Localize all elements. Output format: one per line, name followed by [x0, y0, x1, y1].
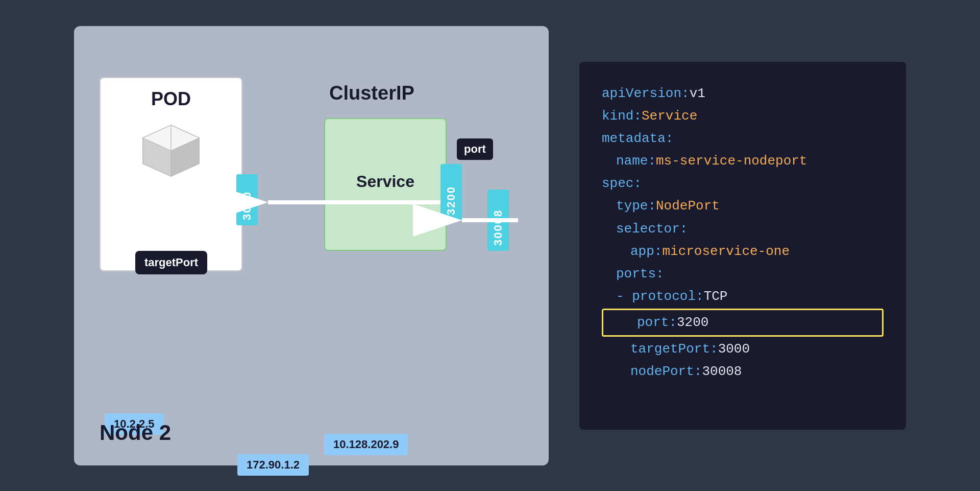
code-line-1: apiVersion: v1: [602, 82, 884, 105]
code-key-4: name:: [616, 150, 656, 172]
code-line-6: type: NodePort: [616, 195, 884, 217]
package-icon: [135, 120, 207, 181]
code-line-10: - protocol: TCP: [616, 285, 884, 308]
highlighted-port-line: port: 3200: [602, 309, 884, 336]
service-box-title: Service: [356, 172, 414, 191]
node-label: Node 2: [100, 420, 171, 445]
code-line-8: app: microservice-one: [630, 240, 884, 263]
ip-service-badge: 10.128.202.9: [324, 434, 408, 455]
targetport-label: targetPort: [135, 251, 207, 274]
diagram-panel: POD ClusterIP Service 3000 3200 30008: [74, 26, 549, 465]
code-line-9: ports:: [616, 263, 884, 285]
code-line-2: kind: Service: [602, 105, 884, 127]
code-val-8: microservice-one: [662, 240, 790, 263]
ip-node-badge: 172.90.1.2: [237, 454, 309, 476]
code-key-12: targetPort:: [630, 338, 718, 360]
code-key-7: selector:: [616, 218, 688, 240]
service-box: Service: [324, 118, 447, 251]
code-val-11: 3200: [677, 311, 708, 334]
port-30008-badge: 30008: [487, 190, 509, 251]
code-val-12: 3000: [718, 338, 750, 360]
code-key-11: port:: [637, 311, 677, 334]
clusterip-label: ClusterIP: [329, 82, 414, 104]
code-key-1: apiVersion:: [602, 82, 690, 105]
code-panel: apiVersion: v1 kind: Service metadata: n…: [579, 62, 906, 430]
code-key-3: metadata:: [602, 127, 673, 150]
code-key-9: ports:: [616, 263, 664, 285]
code-line-3: metadata:: [602, 127, 884, 150]
code-key-6: type:: [616, 195, 656, 217]
code-line-5: spec:: [602, 172, 884, 195]
code-line-12: targetPort: 3000: [630, 338, 884, 360]
code-line-4: name: ms-service-nodeport: [616, 150, 884, 172]
code-line-13: nodePort: 30008: [630, 360, 884, 383]
code-key-5: spec:: [602, 172, 642, 195]
code-key-13: nodePort:: [630, 360, 702, 383]
code-key-8: app:: [630, 240, 662, 263]
main-container: POD ClusterIP Service 3000 3200 30008: [0, 0, 980, 491]
code-val-6: NodePort: [656, 195, 720, 217]
code-val-2: Service: [642, 105, 697, 127]
code-line-7: selector:: [616, 218, 884, 240]
port-3200-badge: 3200: [440, 164, 462, 220]
code-val-10: TCP: [704, 285, 728, 308]
pod-box: POD: [100, 77, 242, 271]
code-key-10: - protocol:: [616, 285, 704, 308]
code-key-2: kind:: [602, 105, 642, 127]
code-val-13: 30008: [702, 360, 742, 383]
code-val-1: v1: [690, 82, 705, 105]
port-label: port: [457, 138, 493, 160]
code-val-4: ms-service-nodeport: [656, 150, 807, 172]
port-3000-badge: 3000: [236, 174, 258, 225]
code-line-11: port: 3200: [637, 311, 877, 334]
pod-title: POD: [151, 88, 191, 110]
